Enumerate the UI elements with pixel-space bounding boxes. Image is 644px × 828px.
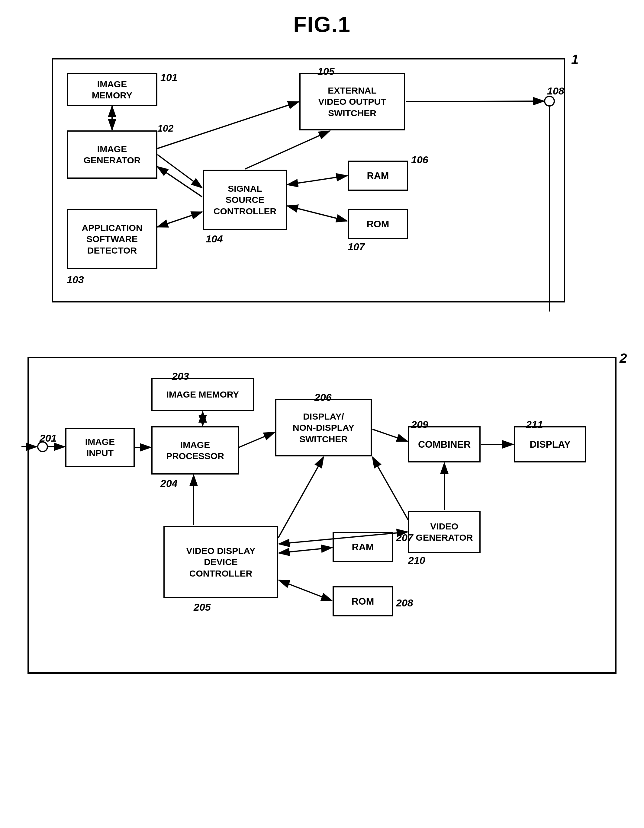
- display-nondisplay-switcher-206: DISPLAY/NON-DISPLAYSWITCHER: [275, 399, 372, 456]
- ram-207: RAM: [333, 532, 393, 562]
- ref-211: 211: [526, 419, 543, 430]
- ref-210: 210: [408, 555, 425, 566]
- ref-203: 203: [172, 370, 189, 382]
- system2-ref: 2: [619, 351, 627, 366]
- image-processor-204: IMAGEPROCESSOR: [151, 426, 239, 475]
- ref-105: 105: [317, 66, 335, 77]
- signal-source-controller-104: SIGNALSOURCECONTROLLER: [203, 169, 287, 230]
- system1-ref: 1: [571, 52, 578, 67]
- ref-204: 204: [160, 478, 177, 489]
- image-memory-101: IMAGEMEMORY: [67, 73, 157, 106]
- ref-206: 206: [314, 392, 331, 403]
- ref-102: 102: [157, 123, 173, 134]
- image-memory-203: IMAGE MEMORY: [151, 378, 254, 411]
- ref-108: 108: [547, 85, 564, 97]
- ref-205: 205: [194, 601, 211, 613]
- rom-107: ROM: [348, 209, 408, 239]
- ref-106: 106: [411, 154, 428, 166]
- ref-104: 104: [206, 233, 223, 245]
- image-generator-102: IMAGEGENERATOR: [67, 130, 157, 179]
- ref-101: 101: [160, 72, 177, 83]
- video-generator-210: VIDEOGENERATOR: [408, 511, 481, 553]
- ref-209: 209: [411, 419, 428, 430]
- ref-103: 103: [67, 274, 84, 285]
- rom-208: ROM: [333, 586, 393, 616]
- ref-107: 107: [348, 241, 365, 252]
- combiner-209: COMBINER: [408, 426, 481, 463]
- video-display-device-controller-205: VIDEO DISPLAYDEVICECONTROLLER: [163, 526, 278, 598]
- ext-video-output-switcher-105: EXTERNALVIDEO OUTPUTSWITCHER: [299, 73, 405, 130]
- display-211: DISPLAY: [514, 426, 586, 463]
- junction-108: [544, 96, 555, 107]
- ref-201-line: 201: [39, 432, 57, 444]
- app-software-detector-103: APPLICATIONSOFTWAREDETECTOR: [67, 209, 157, 269]
- page-title: FIG.1: [293, 12, 351, 37]
- ref-207: 207: [396, 532, 413, 544]
- ram-106: RAM: [348, 161, 408, 191]
- ref-208: 208: [396, 597, 413, 609]
- image-input-201: IMAGEINPUT: [65, 428, 135, 467]
